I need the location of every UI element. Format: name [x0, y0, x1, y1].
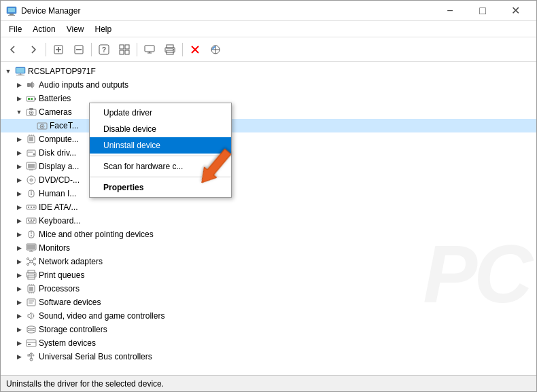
cameras-label: Cameras	[39, 107, 72, 117]
help-button[interactable]: ?	[94, 40, 114, 59]
ctx-disable-device[interactable]: Disable device	[90, 121, 231, 137]
status-text: Uninstalls the driver for the selected d…	[6, 379, 164, 389]
svg-rect-40	[29, 108, 33, 110]
tree-item-display[interactable]: ▶ Display a...	[1, 160, 536, 173]
svg-point-43	[41, 126, 44, 128]
printer-icon	[26, 270, 37, 281]
network-icon	[26, 256, 37, 267]
tree-item-storage[interactable]: ▶ Storage controllers	[1, 323, 536, 336]
ctx-uninstall-device[interactable]: Uninstall device	[90, 137, 231, 154]
toolbar-separator-4	[182, 43, 183, 56]
audio-label: Audio inputs and outputs	[39, 80, 128, 90]
tree-item-ide[interactable]: ▶ IDE ATA/...	[1, 200, 536, 214]
title-bar: Device Manager − □ ✕	[1, 1, 536, 21]
svg-rect-1	[8, 8, 15, 12]
mouse-icon	[26, 229, 37, 240]
display-button[interactable]	[140, 40, 159, 59]
disk-icon	[26, 147, 37, 158]
expand-icon-sound: ▶	[14, 311, 24, 321]
computer-processor-icon	[26, 134, 37, 145]
expand-icon-mice: ▶	[14, 230, 24, 239]
facetime-label: FaceT...	[50, 121, 79, 130]
tree-item-sound[interactable]: ▶ Sound, video and game controllers	[1, 309, 536, 323]
ctx-scan-hardware[interactable]: Scan for hardware c...	[90, 158, 231, 175]
tree-item-facetime[interactable]: FaceT...	[1, 119, 536, 132]
print-label: Print queues	[39, 270, 84, 280]
tree-item-cameras[interactable]: ▼ Cameras	[1, 105, 536, 119]
svg-rect-13	[120, 50, 124, 54]
svg-rect-34	[35, 98, 36, 100]
expand-icon-dvd: ▶	[14, 175, 24, 185]
keyboard-icon	[26, 215, 37, 226]
svg-rect-45	[29, 137, 33, 141]
app-icon	[6, 5, 17, 16]
tree-item-monitors[interactable]: ▶ Monitors	[1, 241, 536, 255]
ctx-update-driver[interactable]: Update driver	[90, 105, 231, 121]
expand-icon-usb: ▶	[14, 352, 24, 361]
svg-rect-105	[27, 340, 36, 346]
maximize-button[interactable]: □	[467, 1, 498, 21]
monitors-label: Monitors	[39, 243, 70, 253]
tree-item-computer[interactable]: ▶ Compute...	[1, 132, 536, 146]
tree-item-system[interactable]: ▶ System devices	[1, 336, 536, 350]
expand-icon-display: ▶	[14, 162, 24, 171]
menu-view[interactable]: View	[61, 22, 90, 37]
ctx-separator-2	[90, 177, 231, 177]
collapse-all-button[interactable]	[69, 40, 88, 59]
root-label: RCSLAPTOP971F	[28, 67, 96, 76]
back-button[interactable]	[3, 40, 22, 59]
sound-icon	[26, 310, 37, 321]
minimize-button[interactable]: −	[434, 1, 466, 21]
svg-rect-64	[33, 207, 35, 208]
tree-item-print[interactable]: ▶ Print queues	[1, 268, 536, 282]
svg-rect-28	[16, 68, 24, 73]
tree-item-hid[interactable]: ▶ Human I...	[1, 187, 536, 200]
expand-all-button[interactable]	[49, 40, 68, 59]
tree-item-keyboard[interactable]: ▶ Keyboard...	[1, 214, 536, 228]
svg-rect-53	[28, 164, 35, 168]
system-label: System devices	[39, 338, 96, 348]
svg-point-60	[31, 194, 32, 195]
menu-action[interactable]: Action	[27, 22, 60, 37]
tree-item-audio[interactable]: ▶ Audio inputs and outputs	[1, 78, 536, 92]
forward-button[interactable]	[24, 40, 43, 59]
ide-label: IDE ATA/...	[39, 202, 78, 212]
tree-item-disk[interactable]: ▶ Disk driv...	[1, 146, 536, 160]
svg-rect-3	[8, 15, 15, 16]
svg-line-82	[29, 260, 30, 261]
toolbar-separator-1	[46, 43, 46, 56]
tree-item-software[interactable]: ▶ Software devices	[1, 296, 536, 309]
menu-file[interactable]: File	[3, 22, 27, 37]
svg-rect-35	[28, 98, 30, 100]
expand-icon-processors: ▶	[14, 284, 24, 293]
ctx-properties[interactable]: Properties	[90, 179, 231, 196]
expand-icon-cameras: ▼	[14, 107, 24, 117]
tree-item-usb[interactable]: ▶ Universal Serial Bus controllers	[1, 350, 536, 363]
svg-point-101	[27, 326, 35, 329]
device-tree[interactable]: ▼ RCSLAPTOP971F ▶	[1, 62, 536, 375]
computer-label: Compute...	[39, 135, 79, 144]
scan-button[interactable]	[206, 40, 225, 59]
svg-point-50	[33, 154, 35, 156]
svg-rect-67	[31, 219, 32, 221]
main-content: PC ▼ RCSLAPTOP971F ▶	[1, 62, 536, 375]
svg-rect-32	[27, 83, 30, 87]
delete-button[interactable]	[186, 40, 205, 59]
mice-label: Mice and other pointing devices	[39, 230, 154, 239]
tree-item-network[interactable]: ▶ Network adapters	[1, 255, 536, 268]
expand-icon-audio: ▶	[14, 80, 24, 90]
menu-help[interactable]: Help	[90, 22, 118, 37]
tree-item-processors[interactable]: ▶ Processors	[1, 282, 536, 296]
close-button[interactable]: ✕	[500, 1, 531, 21]
tree-item-batteries[interactable]: ▶ Batteries	[1, 92, 536, 105]
print-button[interactable]	[160, 40, 179, 59]
svg-point-57	[31, 179, 32, 181]
tree-item-mice[interactable]: ▶ Mice and other pointing devices	[1, 228, 536, 241]
camera-device-icon	[37, 120, 48, 131]
tree-root[interactable]: ▼ RCSLAPTOP971F	[1, 65, 536, 78]
tree-item-dvd[interactable]: ▶ DVD/CD-...	[1, 173, 536, 187]
svg-line-84	[29, 262, 30, 264]
expand-icon-ide: ▶	[14, 202, 24, 212]
expand-icon-storage: ▶	[14, 325, 24, 334]
properties-grid-button[interactable]	[115, 40, 134, 59]
